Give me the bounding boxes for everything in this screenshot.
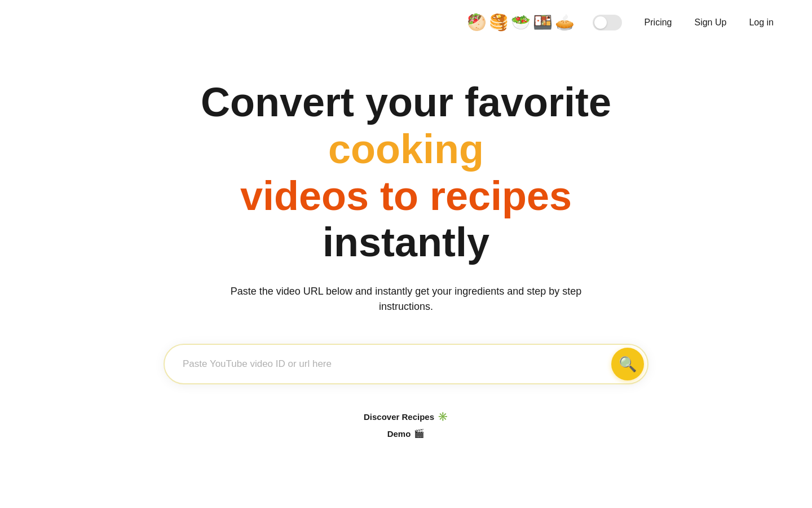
theme-toggle-knob: [594, 16, 607, 29]
hero-subtitle: Paste the video URL below and instantly …: [209, 284, 603, 314]
food-icon-2: 🥞: [489, 15, 509, 30]
hero-title-cooking: cooking: [328, 126, 484, 172]
theme-toggle[interactable]: [593, 15, 622, 30]
search-container: 🔍: [164, 344, 648, 384]
pricing-link[interactable]: Pricing: [640, 15, 677, 30]
quick-links: Discover Recipes ✳️ Demo 🎬: [364, 411, 448, 439]
hero-title-part2: instantly: [323, 220, 489, 265]
discover-recipes-icon: ✳️: [438, 411, 448, 422]
signup-link[interactable]: Sign Up: [690, 15, 731, 30]
search-button[interactable]: 🔍: [611, 348, 644, 380]
navbar: 🥙 🥞 🥗 🍱 🥧 Pricing Sign Up Log in: [0, 0, 812, 45]
demo-label: Demo: [387, 429, 411, 439]
discover-recipes-link[interactable]: Discover Recipes ✳️: [364, 411, 448, 422]
search-box: [164, 344, 648, 384]
search-input[interactable]: [183, 358, 602, 370]
discover-recipes-label: Discover Recipes: [364, 412, 434, 422]
hero-title: Convert your favorite cooking videos to …: [152, 79, 660, 266]
food-icon-5: 🥧: [555, 15, 575, 30]
demo-icon: 🎬: [414, 428, 425, 439]
search-icon: 🔍: [619, 356, 637, 373]
hero-title-videos-to-recipes: videos to recipes: [240, 173, 572, 218]
food-icon-3: 🥗: [511, 15, 531, 30]
food-icon-4: 🍱: [533, 15, 553, 30]
hero-title-part1: Convert your favorite: [201, 80, 611, 125]
demo-link[interactable]: Demo 🎬: [387, 428, 425, 439]
food-icon-1: 🥙: [467, 15, 487, 30]
login-link[interactable]: Log in: [744, 15, 778, 30]
main-content: Convert your favorite cooking videos to …: [0, 45, 812, 439]
food-icons-group: 🥙 🥞 🥗 🍱 🥧: [467, 15, 575, 30]
